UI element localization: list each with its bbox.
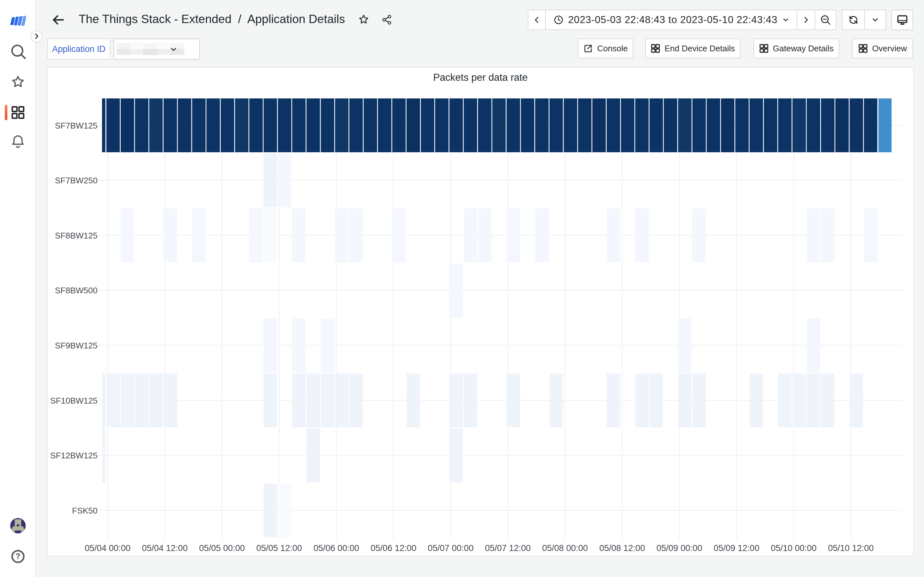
svg-text:05/10 00:00: 05/10 00:00: [771, 543, 817, 553]
svg-text:05/08 00:00: 05/08 00:00: [542, 543, 588, 553]
svg-text:SF9BW125: SF9BW125: [55, 341, 97, 350]
svg-text:SF12BW125: SF12BW125: [50, 451, 97, 460]
svg-text:05/09 00:00: 05/09 00:00: [656, 543, 702, 553]
svg-text:05/05 12:00: 05/05 12:00: [256, 543, 302, 553]
svg-text:SF7BW250: SF7BW250: [55, 176, 97, 185]
svg-text:SF7BW125: SF7BW125: [55, 121, 97, 131]
svg-text:05/07 12:00: 05/07 12:00: [485, 543, 531, 553]
svg-text:SF10BW125: SF10BW125: [50, 396, 97, 406]
svg-text:05/07 00:00: 05/07 00:00: [428, 543, 473, 553]
svg-text:05/09 12:00: 05/09 12:00: [714, 543, 759, 553]
svg-text:?: ?: [15, 552, 20, 561]
svg-text:05/06 12:00: 05/06 12:00: [371, 543, 417, 553]
svg-text:05/10 12:00: 05/10 12:00: [828, 543, 874, 553]
svg-text:05/04 12:00: 05/04 12:00: [142, 543, 188, 553]
svg-text:05/08 12:00: 05/08 12:00: [599, 543, 645, 553]
svg-text:05/04 00:00: 05/04 00:00: [85, 543, 131, 553]
svg-text:05/06 00:00: 05/06 00:00: [313, 543, 359, 553]
svg-text:SF8BW125: SF8BW125: [55, 231, 97, 240]
svg-text:SF8BW500: SF8BW500: [55, 285, 97, 295]
svg-text:05/05 00:00: 05/05 00:00: [199, 543, 245, 553]
svg-text:FSK50: FSK50: [72, 506, 98, 516]
